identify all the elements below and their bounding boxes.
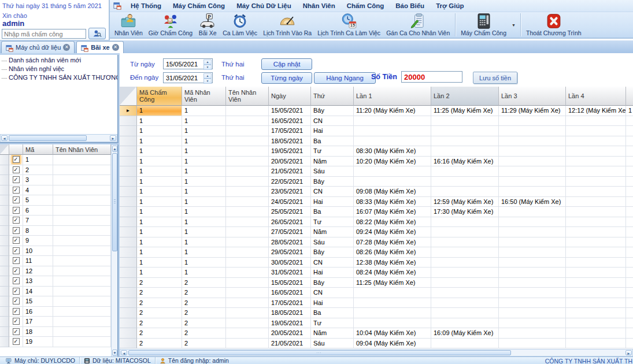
employee-name-cell[interactable] bbox=[53, 296, 111, 307]
attendance-cell[interactable]: 1 bbox=[137, 207, 182, 217]
employee-id-cell[interactable]: 11 bbox=[23, 256, 53, 266]
attendance-cell[interactable] bbox=[566, 197, 626, 207]
attendance-row-header[interactable] bbox=[120, 227, 137, 237]
scroll-right-button[interactable]: ► bbox=[625, 350, 632, 355]
attendance-cell[interactable]: Bảy bbox=[311, 106, 354, 116]
attendance-cell[interactable]: 19/05/2021 bbox=[269, 146, 311, 157]
attendance-row-header[interactable] bbox=[120, 166, 137, 177]
attendance-cell[interactable] bbox=[226, 126, 269, 136]
attendance-cell[interactable] bbox=[566, 146, 626, 157]
employee-name-cell[interactable] bbox=[53, 165, 111, 176]
employee-checkbox-cell[interactable]: ✓ bbox=[9, 206, 23, 216]
attendance-cell[interactable] bbox=[499, 126, 566, 136]
attendance-column-header-6[interactable]: Lần 1 bbox=[354, 87, 431, 106]
attendance-cell[interactable]: 1 bbox=[137, 268, 182, 278]
attendance-cell[interactable] bbox=[499, 207, 566, 217]
menu-item-bao-bieu[interactable]: Báo Biểu bbox=[390, 1, 430, 10]
attendance-cell[interactable]: 1 bbox=[137, 247, 182, 258]
attendance-row-header[interactable] bbox=[120, 136, 137, 147]
toolbar-button-lich-trinh-ca-lam-viec[interactable]: 15Lịch Trình Ca Làm Việc bbox=[314, 12, 383, 38]
spinner-down-button[interactable]: ▼ bbox=[203, 65, 212, 70]
attendance-row-header[interactable] bbox=[120, 268, 137, 278]
attendance-cell[interactable] bbox=[226, 217, 269, 228]
employee-name-cell[interactable] bbox=[53, 256, 111, 266]
employee-row-header[interactable] bbox=[0, 307, 9, 317]
attendance-cell[interactable]: 09:24 (Máy Kiểm Xe) bbox=[354, 227, 431, 237]
employee-row-header[interactable] bbox=[0, 296, 9, 307]
attendance-cell[interactable] bbox=[566, 339, 626, 349]
attendance-cell[interactable] bbox=[226, 328, 269, 339]
employee-checkbox-cell[interactable]: ✓ bbox=[9, 256, 23, 266]
attendance-cell[interactable]: 09:08 (Máy Kiểm Xe) bbox=[354, 187, 431, 197]
attendance-cell[interactable]: 22/05/2021 bbox=[269, 177, 311, 187]
attendance-cell[interactable]: 1 bbox=[182, 237, 226, 248]
attendance-cell[interactable]: Bảy bbox=[311, 247, 354, 258]
attendance-cell[interactable]: 1 bbox=[182, 157, 226, 167]
attendance-cell[interactable]: CN bbox=[311, 288, 354, 298]
attendance-cell[interactable]: 2 bbox=[182, 288, 226, 298]
attendance-cell[interactable] bbox=[499, 288, 566, 298]
attendance-cell[interactable] bbox=[499, 268, 566, 278]
attendance-cell[interactable] bbox=[626, 278, 633, 288]
attendance-cell[interactable] bbox=[226, 187, 269, 197]
checkbox-icon[interactable]: ✓ bbox=[13, 268, 20, 274]
attendance-cell[interactable]: 20/05/2021 bbox=[269, 157, 311, 167]
checkbox-icon[interactable]: ✓ bbox=[13, 227, 20, 234]
attendance-cell[interactable] bbox=[626, 157, 633, 167]
attendance-cell[interactable]: 12:59 (Máy Kiểm Xe) bbox=[431, 197, 499, 207]
attendance-cell[interactable] bbox=[566, 227, 626, 237]
employee-row-header[interactable] bbox=[0, 276, 9, 287]
employee-checkbox-cell[interactable]: ✓ bbox=[9, 337, 23, 347]
employee-name-cell[interactable] bbox=[53, 175, 111, 185]
attendance-cell[interactable] bbox=[626, 328, 633, 339]
attendance-cell[interactable] bbox=[226, 197, 269, 207]
attendance-cell[interactable] bbox=[226, 298, 269, 309]
attendance-cell[interactable]: 16:16 (Máy Kiểm Xe) bbox=[431, 157, 499, 167]
attendance-cell[interactable]: 2 bbox=[182, 339, 226, 349]
attendance-cell[interactable]: CN bbox=[311, 187, 354, 197]
attendance-cell[interactable]: Ba bbox=[311, 308, 354, 318]
attendance-cell[interactable]: 15/05/2021 bbox=[269, 278, 311, 288]
toolbar-button-ca-lam-viec[interactable]: Ca Làm Việc bbox=[220, 12, 260, 38]
attendance-cell[interactable]: Tư bbox=[311, 146, 354, 157]
employee-name-cell[interactable] bbox=[53, 327, 111, 337]
attendance-code-input[interactable] bbox=[2, 29, 86, 39]
attendance-cell[interactable]: 08:33 (Máy Kiểm Xe) bbox=[354, 197, 431, 207]
attendance-cell[interactable] bbox=[354, 288, 431, 298]
toolbar-button-gan-ca-cho-nhan-vien[interactable]: Gán Ca Cho Nhân Viên bbox=[383, 12, 453, 38]
attendance-row-header[interactable] bbox=[120, 157, 137, 167]
attendance-cell[interactable] bbox=[566, 268, 626, 278]
attendance-cell[interactable]: 23/05/2021 bbox=[269, 187, 311, 197]
attendance-cell[interactable]: 16/05/2021 bbox=[269, 116, 311, 127]
scrollbar-thumb[interactable] bbox=[128, 350, 511, 355]
attendance-cell[interactable]: 1 bbox=[182, 177, 226, 187]
checkbox-icon[interactable]: ✓ bbox=[13, 156, 20, 163]
attendance-cell[interactable]: 17/05/2021 bbox=[269, 126, 311, 136]
attendance-cell[interactable]: 08:30 (Máy Kiểm Xe) bbox=[354, 146, 431, 157]
attendance-cell[interactable]: 09:04 (Máy Kiểm Xe) bbox=[354, 339, 431, 349]
attendance-cell[interactable]: 1 bbox=[182, 247, 226, 258]
attendance-cell[interactable] bbox=[499, 237, 566, 248]
attendance-cell[interactable]: Năm bbox=[311, 157, 354, 167]
attendance-cell[interactable]: 12:38 (Máy Kiểm Xe) bbox=[354, 258, 431, 268]
employee-name-cell[interactable] bbox=[53, 206, 111, 216]
employee-row-header[interactable] bbox=[0, 287, 9, 297]
attendance-cell[interactable] bbox=[431, 298, 499, 309]
employee-row-header[interactable] bbox=[0, 317, 9, 327]
attendance-cell[interactable] bbox=[566, 126, 626, 136]
attendance-cell[interactable]: CN bbox=[311, 116, 354, 127]
employee-name-cell[interactable] bbox=[53, 307, 111, 317]
checkbox-icon[interactable]: ✓ bbox=[13, 338, 20, 345]
attendance-row-header[interactable] bbox=[120, 177, 137, 187]
employee-checkbox-cell[interactable]: ✓ bbox=[9, 195, 23, 206]
attendance-cell[interactable] bbox=[499, 187, 566, 197]
scrollbar-thumb[interactable] bbox=[112, 153, 117, 251]
employee-checkbox-cell[interactable]: ✓ bbox=[9, 185, 23, 196]
attendance-cell[interactable] bbox=[499, 146, 566, 157]
attendance-cell[interactable] bbox=[226, 207, 269, 217]
attendance-cell[interactable] bbox=[431, 187, 499, 197]
attendance-cell[interactable]: 25/05/2021 bbox=[269, 207, 311, 217]
attendance-cell[interactable] bbox=[626, 116, 633, 127]
spinner-down-button[interactable]: ▼ bbox=[203, 79, 212, 84]
employee-name-cell[interactable] bbox=[53, 195, 111, 206]
